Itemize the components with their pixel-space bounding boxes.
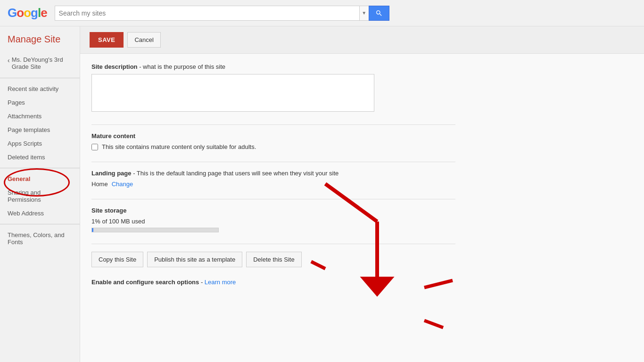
- header: Google ▼: [0, 0, 644, 26]
- divider-4: [91, 244, 455, 244]
- sidebar-item-apps-scripts[interactable]: Apps Scripts: [0, 137, 80, 150]
- sidebar-item-attachments[interactable]: Attachments: [0, 109, 80, 123]
- google-logo: Google: [8, 6, 47, 20]
- mature-content-section: Mature content This site contains mature…: [91, 132, 455, 150]
- search-input[interactable]: [55, 6, 359, 21]
- storage-label: Site storage: [91, 207, 455, 214]
- sidebar-item-page-templates[interactable]: Page templates: [0, 123, 80, 137]
- sidebar-divider-mid: [0, 168, 80, 168]
- storage-bar-fill: [92, 228, 93, 232]
- sidebar-item-themes[interactable]: Themes, Colors, and Fonts: [0, 228, 80, 249]
- storage-bar-container: [91, 228, 219, 232]
- landing-page-row: Home Change: [91, 181, 455, 188]
- manage-site-title: Manage Site: [0, 34, 80, 52]
- sidebar-item-web-address[interactable]: Web Address: [0, 206, 80, 220]
- copy-site-button[interactable]: Copy this Site: [91, 252, 143, 267]
- content-area: SAVE Cancel Site description - what is t…: [80, 26, 644, 362]
- sidebar-divider-bottom: [0, 224, 80, 224]
- site-description-label: Site description - what is the purpose o…: [91, 63, 455, 70]
- search-config-label: Enable and configure search options - Le…: [91, 279, 455, 286]
- chevron-left-icon: ‹: [8, 57, 10, 64]
- change-landing-page-link[interactable]: Change: [112, 181, 133, 188]
- main-layout: Manage Site ‹ Ms. DeYoung's 3rd Grade Si…: [0, 26, 644, 362]
- save-button[interactable]: SAVE: [90, 32, 124, 48]
- storage-used-text: 1% of 100 MB used: [91, 218, 455, 225]
- search-dropdown-arrow[interactable]: ▼: [359, 6, 369, 21]
- sidebar: Manage Site ‹ Ms. DeYoung's 3rd Grade Si…: [0, 26, 80, 362]
- search-config-section: Enable and configure search options - Le…: [91, 279, 455, 286]
- mature-content-row: This site contains mature content only s…: [91, 143, 455, 150]
- content-body: Site description - what is the purpose o…: [80, 54, 467, 306]
- site-name-text: Ms. DeYoung's 3rd Grade Site: [12, 56, 72, 70]
- sidebar-item-general[interactable]: General: [0, 172, 80, 186]
- mature-content-label: Mature content: [91, 132, 455, 140]
- divider-1: [91, 124, 455, 125]
- site-description-textarea[interactable]: [91, 74, 374, 112]
- sidebar-item-deleted-items[interactable]: Deleted items: [0, 150, 80, 164]
- sidebar-divider-top: [0, 78, 80, 78]
- learn-more-link[interactable]: Learn more: [205, 279, 236, 286]
- divider-2: [91, 162, 455, 162]
- sidebar-item-pages[interactable]: Pages: [0, 96, 80, 109]
- landing-page-label: Landing page - This is the default landi…: [91, 170, 455, 177]
- delete-site-button[interactable]: Delete this Site: [246, 252, 301, 267]
- sidebar-item-sharing[interactable]: Sharing and Permissions: [0, 186, 80, 206]
- site-storage-section: Site storage 1% of 100 MB used: [91, 207, 455, 232]
- cancel-button[interactable]: Cancel: [127, 32, 160, 48]
- search-icon: [375, 9, 383, 17]
- landing-page-value: Home: [91, 181, 108, 188]
- site-name-back-link[interactable]: ‹ Ms. DeYoung's 3rd Grade Site: [0, 52, 80, 74]
- landing-page-suffix: - This is the default landing page that …: [133, 170, 339, 177]
- landing-page-section: Landing page - This is the default landi…: [91, 170, 455, 188]
- site-description-suffix: - what is the purpose of this site: [139, 63, 225, 70]
- publish-site-button[interactable]: Publish this site as a template: [147, 252, 242, 267]
- site-description-section: Site description - what is the purpose o…: [91, 63, 455, 113]
- dash-separator: -: [201, 279, 205, 286]
- search-button[interactable]: [369, 6, 389, 21]
- divider-3: [91, 199, 455, 199]
- action-buttons: Copy this Site Publish this site as a te…: [91, 252, 455, 267]
- search-bar: ▼: [55, 6, 389, 21]
- mature-content-checkbox-label: This site contains mature content only s…: [102, 143, 256, 150]
- general-nav-group: General: [0, 172, 80, 186]
- toolbar: SAVE Cancel: [80, 26, 644, 54]
- sidebar-item-recent-activity[interactable]: Recent site activity: [0, 82, 80, 96]
- mature-content-checkbox[interactable]: [91, 144, 98, 150]
